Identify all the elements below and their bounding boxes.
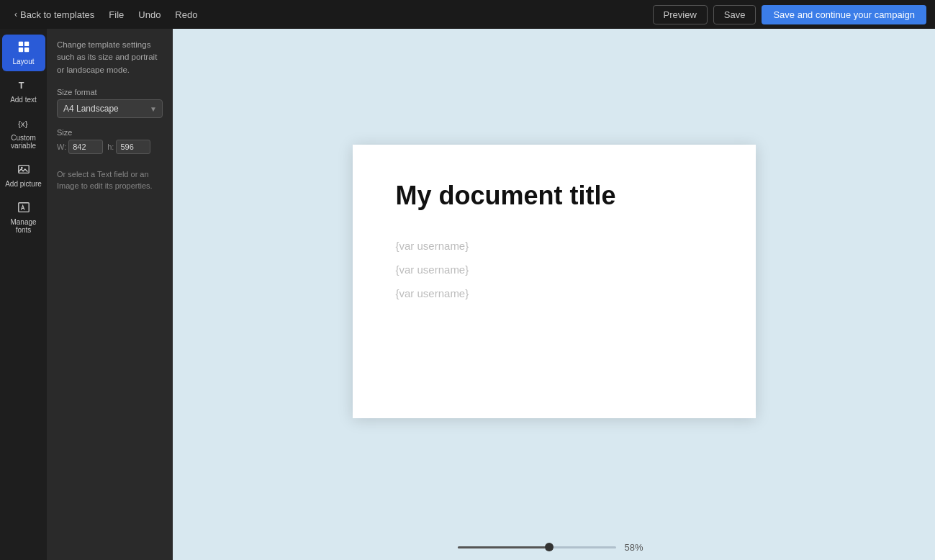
size-field: Size W: h:: [57, 128, 163, 154]
file-label: File: [109, 9, 124, 20]
svg-rect-1: [24, 42, 28, 46]
size-format-label: Size format: [57, 88, 163, 96]
panel-description: Change template settings such as its siz…: [57, 39, 163, 76]
zoom-percent: 58%: [625, 542, 651, 553]
svg-text:{x}: {x}: [17, 119, 27, 128]
panel-hint: Or select a Text field or an Image to ed…: [57, 168, 163, 192]
back-to-templates-button[interactable]: ‹ Back to templates: [9, 6, 100, 23]
canvas-wrapper: My document title {var username} {var us…: [173, 29, 935, 534]
sidebar: Layout T Add text {x} Custom variable: [0, 29, 47, 560]
preview-button[interactable]: Preview: [653, 5, 708, 24]
sidebar-item-layout[interactable]: Layout: [2, 35, 45, 71]
layout-panel: Change template settings such as its siz…: [47, 29, 173, 560]
sidebar-item-manage-fonts[interactable]: Manage fonts: [2, 195, 45, 240]
doc-var-3: {var username}: [396, 287, 713, 299]
zoom-slider-track[interactable]: [458, 546, 616, 548]
size-label: Size: [57, 128, 163, 137]
width-input[interactable]: [68, 140, 103, 154]
zoom-slider-fill: [458, 546, 550, 548]
doc-var-1: {var username}: [396, 240, 713, 252]
height-input[interactable]: [116, 140, 150, 154]
height-group: h:: [107, 140, 150, 154]
main-area: Layout T Add text {x} Custom variable: [0, 29, 935, 560]
text-icon: T: [17, 78, 30, 93]
sidebar-item-label: Add picture: [5, 180, 42, 188]
redo-label: Redo: [175, 9, 197, 20]
width-label: W:: [57, 143, 66, 151]
picture-icon: [17, 163, 30, 177]
document-title: My document title: [396, 181, 713, 211]
canvas-area: My document title {var username} {var us…: [173, 29, 935, 560]
file-button[interactable]: File: [103, 6, 130, 23]
document-canvas[interactable]: My document title {var username} {var us…: [353, 145, 756, 418]
fonts-icon: [17, 201, 30, 215]
save-button[interactable]: Save: [713, 5, 756, 24]
toolbar: ‹ Back to templates File Undo Redo Previ…: [0, 0, 935, 29]
doc-var-2: {var username}: [396, 263, 713, 276]
sidebar-item-label: Manage fonts: [5, 218, 42, 234]
sidebar-item-label: Custom variable: [5, 134, 42, 150]
layout-icon: [17, 40, 30, 55]
size-format-select-container: A4 Landscape A4 Portrait A3 Landscape A3…: [57, 99, 163, 118]
sidebar-item-add-picture[interactable]: Add picture: [2, 157, 45, 194]
variable-icon: {x}: [17, 117, 30, 131]
svg-rect-2: [18, 48, 22, 52]
sidebar-item-label: Add text: [10, 96, 37, 104]
zoom-bar: 58%: [173, 534, 935, 560]
chevron-left-icon: ‹: [14, 9, 17, 19]
svg-rect-0: [18, 42, 22, 46]
svg-rect-3: [24, 48, 28, 52]
undo-button[interactable]: Undo: [132, 6, 166, 23]
toolbar-right: Preview Save Save and continue your camp…: [653, 5, 926, 24]
redo-button[interactable]: Redo: [169, 6, 203, 23]
width-group: W:: [57, 140, 103, 154]
sidebar-item-custom-variable[interactable]: {x} Custom variable: [2, 111, 45, 155]
undo-label: Undo: [138, 9, 161, 20]
size-format-field: Size format A4 Landscape A4 Portrait A3 …: [57, 88, 163, 118]
size-format-select[interactable]: A4 Landscape A4 Portrait A3 Landscape A3…: [57, 99, 163, 118]
back-label: Back to templates: [20, 9, 94, 20]
height-label: h:: [107, 143, 114, 151]
svg-text:T: T: [18, 81, 24, 91]
size-inputs: W: h:: [57, 140, 163, 154]
zoom-slider-thumb[interactable]: [545, 543, 554, 551]
sidebar-item-add-text[interactable]: T Add text: [2, 73, 45, 109]
sidebar-item-label: Layout: [12, 58, 34, 66]
save-continue-button[interactable]: Save and continue your campaign: [762, 5, 926, 24]
